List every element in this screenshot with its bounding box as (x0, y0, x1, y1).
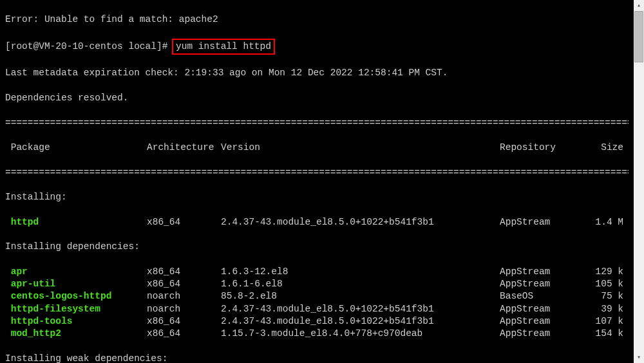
divider-line: ========================================… (5, 167, 629, 179)
package-arch: x86_64 (147, 315, 221, 328)
error-line: Error: Unable to find a match: apache2 (5, 14, 629, 26)
package-repo: AppStream (500, 266, 590, 278)
package-size: 105 k (590, 278, 629, 290)
scroll-down-button[interactable]: ▾ (634, 352, 644, 363)
scrollbar-track[interactable] (634, 11, 644, 352)
vertical-scrollbar[interactable]: ▴ ▾ (634, 0, 644, 363)
package-repo: AppStream (500, 278, 590, 290)
package-repo: AppStream (500, 216, 590, 228)
package-name: mod_http2 (5, 328, 147, 340)
header-size: Size (590, 142, 629, 154)
package-name: httpd-filesystem (5, 303, 147, 315)
deps-resolved-line: Dependencies resolved. (5, 92, 629, 104)
package-row: apr-utilx86_641.6.1-6.el8AppStream105 k (5, 278, 629, 290)
package-version: 1.6.1-6.el8 (221, 278, 500, 290)
package-version: 1.6.3-12.el8 (221, 266, 500, 278)
table-header: Package Architecture Version Repository … (5, 142, 629, 154)
command-highlight-box: yum install httpd (172, 39, 275, 55)
header-package: Package (5, 142, 147, 154)
prompt-line: [root@VM-20-10-centos local]# yum instal… (5, 39, 629, 55)
header-arch: Architecture (147, 142, 221, 154)
package-name: httpd-tools (5, 315, 147, 328)
scroll-up-button[interactable]: ▴ (634, 0, 644, 11)
package-repo: AppStream (500, 328, 590, 340)
header-version: Version (221, 142, 500, 154)
package-arch: x86_64 (147, 216, 221, 228)
metadata-line: Last metadata expiration check: 2:19:33 … (5, 67, 629, 79)
package-arch: x86_64 (147, 278, 221, 290)
package-row: httpdx86_642.4.37-43.module_el8.5.0+1022… (5, 216, 629, 228)
package-arch: x86_64 (147, 328, 221, 340)
terminal-output[interactable]: Error: Unable to find a match: apache2 [… (0, 0, 634, 363)
shell-prompt: [root@VM-20-10-centos local]# (5, 41, 173, 51)
package-name: centos-logos-httpd (5, 290, 147, 302)
package-row: httpd-filesystemnoarch2.4.37-43.module_e… (5, 303, 629, 315)
header-repo: Repository (500, 142, 590, 154)
command-text: yum install httpd (176, 41, 271, 51)
section-installing: Installing: (5, 191, 629, 203)
package-repo: BaseOS (500, 290, 590, 302)
package-row: mod_http2x86_641.15.7-3.module_el8.4.0+7… (5, 328, 629, 340)
package-row: centos-logos-httpdnoarch85.8-2.el8BaseOS… (5, 290, 629, 302)
package-version: 85.8-2.el8 (221, 290, 500, 302)
package-version: 2.4.37-43.module_el8.5.0+1022+b541f3b1 (221, 303, 500, 315)
package-version: 2.4.37-43.module_el8.5.0+1022+b541f3b1 (221, 216, 500, 228)
package-repo: AppStream (500, 315, 590, 328)
package-size: 107 k (590, 315, 629, 328)
package-size: 154 k (590, 328, 629, 340)
package-size: 39 k (590, 303, 629, 315)
package-arch: x86_64 (147, 266, 221, 278)
package-size: 1.4 M (590, 216, 629, 228)
package-name: apr-util (5, 278, 147, 290)
section-installing-weak: Installing weak dependencies: (5, 353, 629, 363)
package-size: 129 k (590, 266, 629, 278)
package-row: aprx86_641.6.3-12.el8AppStream129 k (5, 266, 629, 278)
package-repo: AppStream (500, 303, 590, 315)
package-arch: noarch (147, 303, 221, 315)
package-size: 75 k (590, 290, 629, 302)
package-name: apr (5, 266, 147, 278)
package-name: httpd (5, 216, 147, 228)
section-installing-deps: Installing dependencies: (5, 241, 629, 253)
package-version: 2.4.37-43.module_el8.5.0+1022+b541f3b1 (221, 315, 500, 328)
scrollbar-thumb[interactable] (634, 11, 643, 62)
divider-line: ========================================… (5, 117, 629, 129)
package-version: 1.15.7-3.module_el8.4.0+778+c970deab (221, 328, 500, 340)
package-arch: noarch (147, 290, 221, 302)
package-row: httpd-toolsx86_642.4.37-43.module_el8.5.… (5, 315, 629, 328)
